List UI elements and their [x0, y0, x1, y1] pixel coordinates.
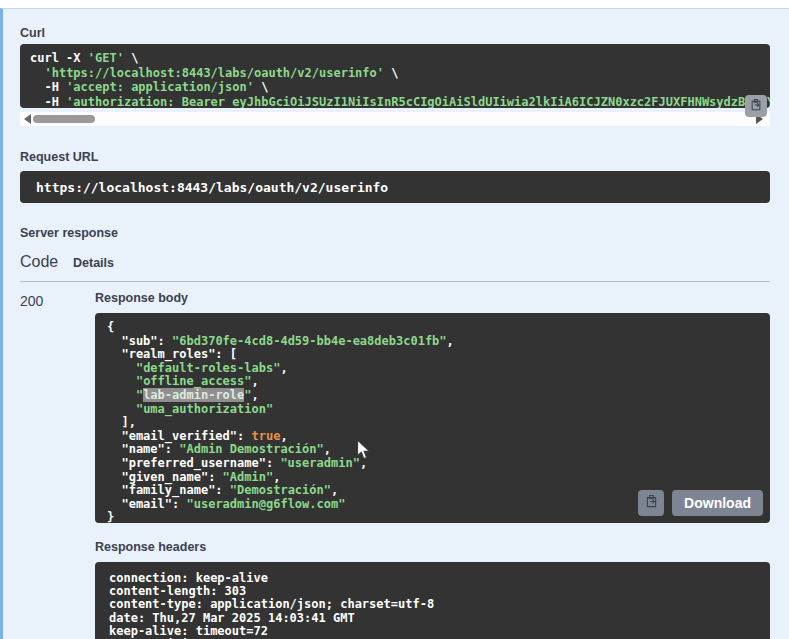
scroll-left-arrow[interactable]: [24, 114, 31, 124]
clipboard-copy-icon: [749, 98, 763, 115]
code-column-header: Code: [20, 253, 73, 271]
response-headers-label: Response headers: [95, 540, 770, 554]
curl-copy-to-clipboard-button[interactable]: [745, 95, 767, 117]
response-body-label: Response body: [95, 291, 770, 305]
status-code: 200: [20, 291, 95, 639]
response-copy-to-clipboard-button[interactable]: [638, 490, 664, 516]
curl-label: Curl: [20, 9, 770, 40]
response-row: 200 Response body { "sub": "6bd370fe-4cd…: [20, 291, 770, 639]
operation-response-panel: Curl curl -X 'GET' \ 'https://localhost:…: [0, 8, 789, 639]
download-button[interactable]: Download: [672, 490, 763, 516]
panel-content: Curl curl -X 'GET' \ 'https://localhost:…: [3, 9, 789, 639]
response-body-wrapper: { "sub": "6bd370fe-4cd8-4d59-bb4e-ea8deb…: [95, 313, 770, 523]
response-details: Response body { "sub": "6bd370fe-4cd8-4d…: [95, 291, 770, 639]
curl-command[interactable]: curl -X 'GET' \ 'https://localhost:8443/…: [20, 44, 770, 108]
response-table-header: Code Details: [20, 253, 770, 271]
server-response-title: Server response: [20, 226, 770, 240]
request-url-value[interactable]: https://localhost:8443/labs/oauth/v2/use…: [20, 171, 770, 203]
clipboard-copy-icon: [644, 494, 659, 512]
scrollbar-thumb[interactable]: [33, 115, 95, 123]
details-column-header: Details: [73, 256, 114, 270]
response-headers[interactable]: connection: keep-alivecontent-length: 30…: [95, 562, 770, 639]
curl-block-wrapper: curl -X 'GET' \ 'https://localhost:8443/…: [20, 44, 770, 126]
request-url-label: Request URL: [20, 150, 770, 164]
table-header-divider: [20, 281, 770, 282]
curl-horizontal-scrollbar[interactable]: [20, 112, 770, 126]
response-body-actions: Download: [638, 490, 763, 516]
